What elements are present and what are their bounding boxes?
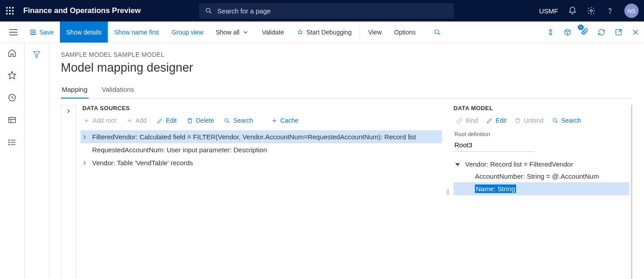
options-button[interactable]: Options <box>388 21 422 43</box>
popout-icon[interactable] <box>614 28 623 36</box>
svg-rect-4 <box>9 10 10 11</box>
app-title: Finance and Operations Preview <box>23 6 141 15</box>
svg-rect-3 <box>6 10 8 11</box>
add-button[interactable]: Add <box>126 117 147 124</box>
svg-point-37 <box>9 140 10 141</box>
svg-point-11 <box>590 10 593 12</box>
svg-point-38 <box>9 142 10 143</box>
unbind-button[interactable]: Unbind <box>514 117 543 124</box>
show-name-first-button[interactable]: Show name first <box>108 21 165 43</box>
svg-rect-6 <box>6 13 8 14</box>
root-definition-label: Root definition <box>454 131 629 137</box>
star-icon[interactable] <box>8 71 17 80</box>
dm-edit-button[interactable]: Edit <box>486 117 506 124</box>
chevron-right-icon <box>82 135 87 139</box>
svg-point-45 <box>225 118 229 122</box>
svg-line-46 <box>228 121 229 123</box>
data-model-heading: DATA MODEL <box>453 105 629 112</box>
delete-button[interactable]: Delete <box>186 117 214 124</box>
svg-marker-40 <box>34 52 40 58</box>
gear-icon[interactable] <box>587 6 596 15</box>
svg-rect-0 <box>6 7 8 9</box>
tree-row[interactable]: RequestedAccountNum: User input paramete… <box>80 143 442 156</box>
svg-marker-51 <box>456 163 459 166</box>
svg-point-23 <box>435 30 439 34</box>
diamond-icon[interactable] <box>547 28 555 36</box>
dm-tree-label: AccountNumber: String = @.AccountNum <box>475 172 599 180</box>
attachment-button[interactable]: 0 <box>580 27 589 37</box>
search-icon <box>205 7 212 14</box>
close-icon[interactable] <box>631 28 640 36</box>
cache-button[interactable]: Cache <box>271 117 298 124</box>
ds-search-button[interactable]: Search <box>224 117 253 124</box>
tree-row[interactable]: Vendor: Table 'VendTable' records <box>80 156 442 169</box>
panel-expander[interactable] <box>61 105 76 279</box>
column-splitter[interactable] <box>442 105 453 279</box>
edit-button[interactable]: Edit <box>157 117 177 124</box>
data-model-tree: Vendor: Record list = FilteredVendor Acc… <box>453 158 629 195</box>
bind-button[interactable]: Bind <box>456 117 478 124</box>
page-title: Model mapping designer <box>61 61 632 75</box>
search-icon <box>434 29 441 36</box>
dm-tree-row[interactable]: AccountNumber: String = @.AccountNum <box>453 170 629 182</box>
svg-rect-31 <box>9 117 16 123</box>
tab-mapping[interactable]: Mapping <box>61 83 89 99</box>
add-root-button[interactable]: Add root <box>83 117 116 124</box>
bell-icon[interactable] <box>568 6 577 15</box>
clock-icon[interactable] <box>8 93 17 102</box>
tree-row[interactable]: FilteredVendor: Calculated field = FILTE… <box>80 130 442 143</box>
refresh-icon[interactable] <box>597 28 606 36</box>
svg-rect-16 <box>32 32 34 34</box>
search-input[interactable] <box>217 7 448 15</box>
root-definition-input[interactable] <box>453 139 534 152</box>
data-sources-heading: DATA SOURCES <box>80 105 442 112</box>
chevron-right-icon <box>82 161 87 165</box>
svg-line-50 <box>556 121 557 123</box>
svg-point-39 <box>9 144 10 145</box>
svg-point-9 <box>206 8 210 12</box>
dm-tree-label: Name: String <box>475 185 516 193</box>
group-view-button[interactable]: Group view <box>165 21 210 43</box>
company-label[interactable]: USMF <box>539 7 559 15</box>
data-sources-tree: FilteredVendor: Calculated field = FILTE… <box>80 130 442 169</box>
avatar[interactable]: NS <box>624 4 639 18</box>
global-search[interactable] <box>199 3 454 18</box>
view-button[interactable]: View <box>362 21 388 43</box>
breadcrumb: SAMPLE MODEL SAMPLE MODEL <box>61 51 632 58</box>
workspace-icon[interactable] <box>8 116 17 124</box>
dm-search-button[interactable]: Search <box>552 117 581 124</box>
top-bar: Finance and Operations Preview USMF NS <box>0 0 644 21</box>
show-details-button[interactable]: Show details <box>60 21 108 43</box>
svg-marker-29 <box>8 72 16 79</box>
svg-rect-8 <box>12 13 13 14</box>
svg-point-49 <box>553 118 556 122</box>
tree-row-label: RequestedAccountNum: User input paramete… <box>92 146 267 154</box>
svg-line-10 <box>209 12 211 13</box>
show-all-dropdown[interactable]: Show all <box>210 21 256 43</box>
box-icon[interactable] <box>564 28 572 36</box>
help-icon[interactable] <box>606 6 614 15</box>
page-tabs: Mapping Validations <box>61 83 632 99</box>
svg-rect-2 <box>12 7 13 9</box>
svg-line-21 <box>298 33 299 34</box>
action-bar: Save Show details Show name first Group … <box>0 21 644 43</box>
home-icon[interactable] <box>8 48 17 57</box>
chevron-down-icon <box>455 162 460 167</box>
dm-tree-row[interactable]: Name: String <box>453 182 629 195</box>
tab-validations[interactable]: Validations <box>101 83 135 98</box>
list-icon[interactable] <box>8 138 17 147</box>
action-search-button[interactable] <box>422 21 447 43</box>
waffle-icon[interactable] <box>5 6 14 15</box>
save-button[interactable]: Save <box>23 21 60 43</box>
start-debugging-button[interactable]: Start Debugging <box>290 21 358 43</box>
chevron-right-icon <box>66 109 71 113</box>
debug-icon <box>297 29 304 36</box>
dm-tree-row[interactable]: Vendor: Record list = FilteredVendor <box>453 158 629 170</box>
nav-toggle-button[interactable] <box>4 21 23 43</box>
tree-row-label: Vendor: Table 'VendTable' records <box>92 159 193 167</box>
svg-point-12 <box>610 13 610 13</box>
tree-row-label: FilteredVendor: Calculated field = FILTE… <box>92 133 416 141</box>
svg-line-24 <box>438 33 440 35</box>
validate-button[interactable]: Validate <box>255 21 290 43</box>
filter-icon[interactable] <box>33 50 41 58</box>
